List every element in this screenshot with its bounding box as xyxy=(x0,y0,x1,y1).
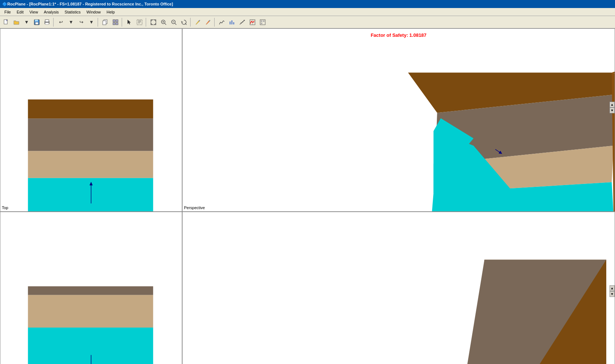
save-button[interactable] xyxy=(32,17,42,27)
perspective-view[interactable]: Factor of Safety: 1.08187 Perspective xyxy=(182,28,615,212)
main-view: Top Factor of Safety: 1.08187 Pe xyxy=(0,28,615,364)
select-button[interactable] xyxy=(125,17,134,27)
menu-help[interactable]: Help xyxy=(103,9,118,15)
top-view[interactable]: Top xyxy=(0,28,182,212)
menu-edit[interactable]: Edit xyxy=(14,9,27,15)
side-scroll-down[interactable]: ▼ xyxy=(610,291,615,297)
svg-marker-13 xyxy=(128,20,131,24)
edit-button[interactable] xyxy=(135,17,144,27)
svg-rect-28 xyxy=(231,20,232,24)
redo-button[interactable]: ↪ xyxy=(77,17,86,27)
svg-point-32 xyxy=(242,21,243,22)
sep2 xyxy=(98,18,99,27)
sep4 xyxy=(146,18,147,27)
sep1 xyxy=(53,18,55,27)
svg-rect-14 xyxy=(137,20,142,25)
menu-window[interactable]: Window xyxy=(83,9,103,15)
analysis-btn3[interactable] xyxy=(238,17,247,27)
top-view-label: Top xyxy=(2,206,8,210)
svg-rect-43 xyxy=(28,151,153,178)
copy-button[interactable] xyxy=(101,17,110,27)
svg-rect-3 xyxy=(35,22,38,24)
svg-rect-56 xyxy=(28,295,153,328)
scroll-up-arrow[interactable]: ▲ xyxy=(610,102,615,107)
sep5 xyxy=(190,18,192,27)
pen-tool[interactable] xyxy=(193,17,203,27)
svg-rect-29 xyxy=(233,22,234,24)
title-icon: 🔷 xyxy=(2,2,7,7)
print-preview[interactable] xyxy=(42,17,52,27)
svg-rect-9 xyxy=(113,20,115,22)
open-arrow[interactable]: ▼ xyxy=(22,17,31,27)
view-button[interactable] xyxy=(111,17,120,27)
pen-tool2[interactable] xyxy=(203,17,213,27)
zoom-in-button[interactable] xyxy=(159,17,168,27)
svg-line-22 xyxy=(165,23,166,25)
svg-point-31 xyxy=(241,22,242,23)
side-scroll-up[interactable]: ▲ xyxy=(610,285,615,291)
window-title: RocPlane - [RocPlane1:1* - FS=1.08187 - … xyxy=(7,2,173,6)
svg-rect-6 xyxy=(45,23,49,24)
svg-rect-8 xyxy=(103,21,106,25)
svg-rect-38 xyxy=(261,20,262,22)
analysis-btn2[interactable] xyxy=(227,17,237,27)
open-button[interactable] xyxy=(12,17,21,27)
undo-arrow[interactable]: ▼ xyxy=(66,17,76,27)
svg-rect-18 xyxy=(151,20,156,25)
side-scroll-arrows[interactable]: ▲ ▼ xyxy=(610,285,615,297)
top-view-svg xyxy=(0,29,182,211)
svg-rect-39 xyxy=(261,23,262,24)
side-view[interactable]: Side * ▲ ▼ xyxy=(182,212,615,364)
sep6 xyxy=(214,18,216,27)
sep3 xyxy=(122,18,123,27)
analysis-btn1[interactable] xyxy=(217,17,227,27)
perspective-view-label: Perspective xyxy=(184,206,205,210)
svg-rect-5 xyxy=(45,20,49,22)
front-view-svg xyxy=(0,212,182,364)
svg-rect-40 xyxy=(263,20,265,22)
perspective-view-svg xyxy=(183,29,615,211)
svg-rect-41 xyxy=(28,99,153,118)
svg-rect-12 xyxy=(116,23,118,25)
svg-rect-57 xyxy=(28,328,153,364)
menubar: File Edit View Analysis Statistics Windo… xyxy=(0,8,615,16)
fos-label: Factor of Safety: 1.08187 xyxy=(371,32,426,38)
svg-point-33 xyxy=(244,20,245,21)
new-button[interactable] xyxy=(1,17,11,27)
titlebar: 🔷 RocPlane - [RocPlane1:1* - FS=1.08187 … xyxy=(0,0,615,8)
undo-button[interactable]: ↩ xyxy=(56,17,66,27)
scroll-arrows-right[interactable]: ▲ ▼ xyxy=(610,102,615,113)
svg-rect-2 xyxy=(35,20,38,21)
svg-rect-44 xyxy=(28,178,153,212)
side-view-svg xyxy=(183,212,615,364)
front-view[interactable]: Front xyxy=(0,212,182,364)
scroll-down-arrow[interactable]: ▼ xyxy=(610,107,615,113)
zoom-out-button[interactable] xyxy=(169,17,179,27)
analysis-btn4[interactable] xyxy=(248,17,257,27)
svg-rect-11 xyxy=(113,23,115,25)
zoom-extents[interactable] xyxy=(149,17,158,27)
svg-rect-10 xyxy=(116,20,118,22)
menu-statistics[interactable]: Statistics xyxy=(62,9,83,15)
analysis-btn5[interactable] xyxy=(258,17,267,27)
svg-rect-55 xyxy=(28,286,153,295)
menu-view[interactable]: View xyxy=(27,9,41,15)
svg-line-25 xyxy=(175,23,176,25)
svg-rect-42 xyxy=(28,118,153,151)
redo-arrow[interactable]: ▼ xyxy=(87,17,96,27)
toolbar: ▼ ↩ ▼ ↪ ▼ xyxy=(0,16,615,28)
menu-file[interactable]: File xyxy=(1,9,14,15)
svg-rect-27 xyxy=(230,21,231,24)
menu-analysis[interactable]: Analysis xyxy=(41,9,62,15)
zoom-rotate[interactable] xyxy=(179,17,189,27)
